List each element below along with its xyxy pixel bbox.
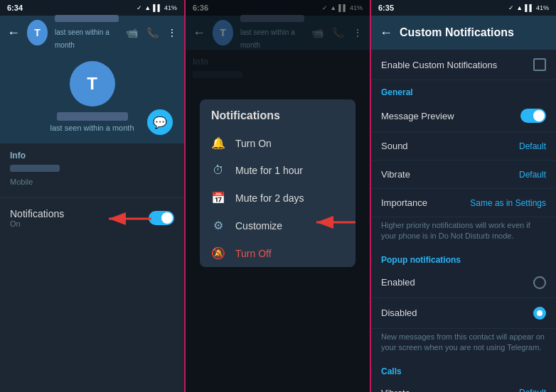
popup-item-turnoff[interactable]: 🔕 Turn Off — [200, 239, 355, 267]
popup-item-customize[interactable]: ⚙ Customize — [200, 212, 355, 239]
contact-status-1: last seen within a month — [55, 28, 109, 49]
signal-icon: ▌▌ — [153, 4, 162, 11]
red-arrow-1 — [102, 208, 159, 229]
popup-item-turnon[interactable]: 🔔 Turn On — [200, 129, 355, 157]
phone-icon[interactable]: 📞 — [146, 27, 159, 38]
signal-icon-3: ▌▌ — [525, 4, 534, 11]
status-bar-3: 6:35 ✓ ▲ ▌▌ 41% — [371, 0, 556, 16]
info-section-1: Info Mobile — [0, 143, 184, 195]
popup-turnon-label: Turn On — [235, 138, 272, 149]
profile-avatar-1: T — [70, 61, 115, 107]
contact-name-1 — [55, 15, 119, 22]
chat-icon-1[interactable]: 💬 — [147, 109, 173, 135]
vibrate-label: Vibrate — [381, 169, 410, 180]
top-bar-3: ← Custom Notifications — [371, 16, 556, 50]
popup-section-header: Popup notifications — [371, 248, 556, 268]
top-actions-1[interactable]: 📹 📞 ⋮ — [126, 27, 177, 38]
settings-content: Enable Custom Notifications General Mess… — [371, 50, 556, 392]
importance-label: Importance — [381, 197, 427, 208]
enable-checkbox[interactable] — [533, 58, 546, 71]
importance-row[interactable]: Importance Same as in Settings — [371, 189, 556, 217]
notif-title: Notifications — [10, 208, 64, 219]
bell-icon: 🔔 — [211, 136, 225, 150]
bell-off-icon: 🔕 — [211, 246, 225, 260]
popup-item-mute1h[interactable]: ⏱ Mute for 1 hour — [200, 157, 355, 184]
panel-3: 6:35 ✓ ▲ ▌▌ 41% ← Custom Notifications E… — [371, 0, 556, 392]
mute1h-icon: ⏱ — [211, 164, 225, 177]
info-header-1: Info — [10, 151, 174, 160]
status-bar-1: 6:34 ✓ ▲ ▌▌ 41% — [0, 0, 184, 16]
message-preview-row[interactable]: Message Preview — [371, 100, 556, 132]
popup-mute1h-label: Mute for 1 hour — [235, 165, 303, 176]
vibrate-value: Default — [519, 170, 546, 180]
battery-icon-3: 41% — [536, 4, 549, 11]
panel-2: 6:36 ✓ ▲ ▌▌ 41% ← T last seen within a m… — [186, 0, 371, 392]
popup-disabled-label: Disabled — [381, 307, 417, 318]
back-button-3[interactable]: ← — [380, 26, 392, 40]
battery-icon: 41% — [164, 4, 177, 11]
enable-custom-row[interactable]: Enable Custom Notifications — [371, 50, 556, 80]
popup-disabled-radio[interactable] — [533, 307, 546, 320]
divider-1 — [0, 197, 184, 198]
importance-value: Same as in Settings — [470, 198, 546, 208]
general-header: General — [371, 80, 556, 100]
more-icon[interactable]: ⋮ — [167, 27, 177, 38]
red-arrow-customize — [309, 212, 355, 233]
message-preview-toggle[interactable] — [520, 109, 546, 123]
notif-left: Notifications On — [10, 208, 64, 228]
sound-value: Default — [519, 141, 546, 151]
wifi-icon-3: ▲ — [516, 4, 523, 11]
status-icons-1: ✓ ▲ ▌▌ 41% — [137, 4, 177, 11]
profile-status-1: last seen within a month — [50, 124, 134, 132]
enable-label: Enable Custom Notifications — [381, 60, 497, 70]
popup-disabled-row[interactable]: Disabled — [371, 298, 556, 329]
notifications-row[interactable]: Notifications On — [0, 201, 184, 235]
wifi-icon: ▲ — [144, 4, 151, 11]
profile-section-1: T last seen within a month 💬 — [0, 50, 184, 143]
message-preview-label: Message Preview — [381, 111, 454, 121]
avatar-top-1: T — [27, 20, 48, 45]
time-1: 6:34 — [7, 4, 23, 12]
popup-enabled-row[interactable]: Enabled — [371, 268, 556, 298]
checkmark-icon-3: ✓ — [508, 4, 514, 11]
mobile-label-1: Mobile — [10, 178, 33, 186]
popup-enabled-radio[interactable] — [533, 276, 546, 289]
vibrate-row[interactable]: Vibrate Default — [371, 160, 556, 189]
page-title-3: Custom Notifications — [400, 26, 514, 39]
back-button-1[interactable]: ← — [7, 26, 20, 40]
calls-vibrate-label: Vibrate — [381, 388, 410, 392]
popup-enabled-label: Enabled — [381, 277, 415, 288]
gear-icon: ⚙ — [211, 219, 225, 232]
popup-customize-label: Customize — [235, 220, 282, 232]
video-call-icon[interactable]: 📹 — [126, 27, 138, 38]
popup-item-mute2d[interactable]: 📅 Mute for 2 days — [200, 184, 355, 212]
importance-note: Higher priority notifications will work … — [371, 217, 556, 248]
calls-vibrate-value: Default — [519, 388, 546, 392]
status-icons-3: ✓ ▲ ▌▌ 41% — [508, 4, 549, 11]
popup-title: Notifications — [200, 99, 355, 129]
sound-row[interactable]: Sound Default — [371, 132, 556, 160]
popup-note: New messages from this contact will appe… — [371, 329, 556, 359]
checkmark-icon: ✓ — [137, 4, 142, 11]
time-3: 6:35 — [378, 4, 394, 12]
panel-1: 6:34 ✓ ▲ ▌▌ 41% ← T last seen within a m… — [0, 0, 186, 392]
sound-label: Sound — [381, 141, 408, 151]
notifications-popup: Notifications 🔔 Turn On ⏱ Mute for 1 hou… — [200, 99, 355, 267]
mute2d-icon: 📅 — [211, 191, 225, 205]
popup-mute2d-label: Mute for 2 days — [235, 192, 304, 204]
notif-sub: On — [10, 219, 64, 228]
calls-vibrate-row[interactable]: Vibrate Default — [371, 379, 556, 392]
top-bar-1: ← T last seen within a month 📹 📞 ⋮ — [0, 16, 184, 50]
profile-name-blur-1 — [57, 112, 128, 121]
popup-turnoff-label: Turn Off — [235, 248, 272, 259]
info-phone-blur — [10, 165, 60, 172]
calls-section-header: Calls — [371, 359, 556, 379]
contact-info-1: last seen within a month — [55, 15, 119, 50]
